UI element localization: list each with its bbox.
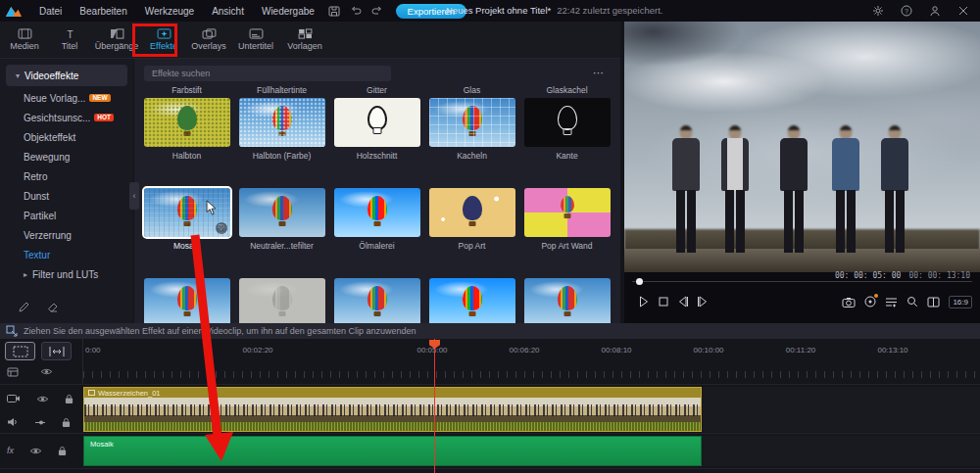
sidebar-item-filter-und-luts[interactable]: ▸ Filter und LUTs [0, 264, 133, 284]
sidebar-collapse-handle[interactable]: ‹ [129, 182, 139, 210]
effect-card[interactable] [329, 278, 424, 323]
timeline-ruler[interactable]: 0:00 00:02:20 00:05:00 00:06:20 00:08:10… [83, 339, 980, 384]
seek-bar[interactable] [632, 278, 972, 284]
effect-thumbnail[interactable] [144, 278, 230, 323]
effect-thumbnail[interactable] [334, 278, 420, 323]
track-list-icon[interactable] [7, 367, 19, 377]
effect-card-halbton-farbe[interactable]: Halbton (Farbe) [234, 98, 329, 165]
redo-icon[interactable] [368, 3, 386, 19]
media-queue-icon[interactable] [885, 297, 898, 307]
effect-thumbnail[interactable] [334, 188, 420, 237]
effect-card[interactable] [519, 278, 614, 323]
volume-icon[interactable] [34, 418, 46, 427]
title-icon: T [63, 28, 77, 39]
account-icon[interactable] [926, 3, 944, 19]
effect-card-mosaik[interactable]: ♡ Mosaik [139, 188, 234, 255]
undo-icon[interactable] [347, 3, 365, 19]
sidebar-item-gesichtsunschaerfe[interactable]: Gesichtsunsc... HOT [0, 108, 133, 127]
video-preview[interactable] [624, 22, 980, 272]
sidebar-item-objekteffekt[interactable]: Objekteffekt [0, 127, 133, 147]
select-tool-button[interactable] [5, 342, 35, 360]
effect-thumbnail[interactable] [239, 98, 325, 147]
sidebar-item-videoeffekte[interactable]: ▾ Videoeffekte [6, 65, 127, 86]
effect-card-halbton[interactable]: Halbton [139, 98, 234, 165]
tab-medien[interactable]: Medien [2, 22, 47, 58]
eye-icon[interactable] [29, 447, 42, 455]
effect-thumbnail[interactable]: ♡ [144, 188, 230, 237]
draw-mask-tool-icon[interactable] [18, 302, 29, 313]
effect-card-kante[interactable]: Kante [519, 98, 614, 165]
effect-card[interactable] [139, 278, 234, 323]
effect-thumbnail[interactable] [429, 98, 515, 147]
ruler-label: 00:13:10 [877, 346, 907, 355]
effect-label: Füllhaltertinte [234, 85, 329, 95]
effect-card-holzschnitt[interactable]: Holzschnitt [329, 98, 424, 165]
effect-thumbnail[interactable] [239, 278, 325, 323]
help-icon[interactable]: ? [898, 3, 915, 19]
playhead[interactable] [434, 339, 435, 473]
tab-titel[interactable]: T Titel [47, 22, 92, 58]
sidebar-item-partikel[interactable]: Partikel [0, 206, 133, 225]
effect-thumbnail[interactable] [429, 278, 515, 323]
seek-handle[interactable] [636, 278, 643, 285]
tab-overlays[interactable]: Overlays [186, 22, 231, 58]
eye-icon[interactable] [40, 367, 53, 377]
settings-gear-icon[interactable] [869, 3, 887, 19]
tab-untertitel[interactable]: Untertitel [231, 22, 280, 58]
eye-icon[interactable] [36, 395, 49, 403]
sidebar-item-bewegung[interactable]: Bewegung [0, 147, 133, 166]
snapshot-camera-icon[interactable] [842, 297, 856, 307]
lock-icon[interactable] [58, 446, 67, 456]
effect-thumbnail[interactable] [429, 188, 515, 237]
sidebar-item-dunst[interactable]: Dunst [0, 186, 133, 206]
menu-ansicht[interactable]: Ansicht [203, 6, 253, 17]
window-controls: ? [869, 0, 972, 22]
menu-datei[interactable]: Datei [30, 6, 71, 17]
effect-thumbnail[interactable] [239, 188, 325, 237]
menu-bearbeiten[interactable]: Bearbeiten [71, 6, 135, 17]
new-badge: NEW [89, 94, 110, 103]
effect-card-pop-art[interactable]: Pop Art [424, 188, 519, 255]
effect-card[interactable] [424, 278, 519, 323]
save-icon[interactable] [325, 3, 343, 19]
trim-tool-button[interactable] [41, 342, 72, 360]
effect-card[interactable] [234, 278, 329, 323]
close-icon[interactable] [955, 3, 972, 19]
aspect-ratio-badge[interactable]: 16:9 [949, 296, 972, 308]
sidebar-item-retro[interactable]: Retro [0, 166, 133, 186]
effect-thumbnail[interactable] [524, 278, 611, 323]
effect-card-oelmalerei[interactable]: Ölmalerei [329, 188, 424, 255]
tab-vorlagen[interactable]: Vorlagen [280, 22, 329, 58]
favorite-heart-icon[interactable]: ♡ [216, 222, 227, 234]
sidebar-item-verzerrung[interactable]: Verzerrung [0, 225, 133, 245]
effect-card-neutraler-dichtefilter[interactable]: Neutraler...tefilter [234, 188, 329, 255]
play-button[interactable] [634, 293, 654, 310]
menu-werkzeuge[interactable]: Werkzeuge [136, 6, 203, 17]
lock-icon[interactable] [65, 394, 74, 404]
effect-thumbnail[interactable] [144, 98, 230, 147]
effect-thumbnail[interactable] [524, 98, 611, 147]
next-frame-button[interactable] [693, 293, 712, 310]
previous-frame-button[interactable] [673, 293, 693, 310]
zoom-icon[interactable] [906, 296, 918, 307]
color-wheel-icon[interactable] [864, 296, 876, 307]
sidebar-item-textur[interactable]: Textur [0, 245, 133, 264]
effect-thumbnail[interactable] [334, 98, 420, 147]
erase-tool-icon[interactable] [47, 302, 59, 313]
stop-button[interactable] [654, 293, 673, 310]
effect-clip-mosaik[interactable]: Mosaik [83, 436, 702, 466]
effect-label: Holzschnitt [329, 151, 424, 161]
dual-view-icon[interactable] [927, 297, 940, 307]
seek-track[interactable] [632, 281, 972, 282]
sidebar-item-neue-vorlagen[interactable]: Neue Vorlag... NEW [0, 88, 133, 108]
menu-wiedergabe[interactable]: Wiedergabe [253, 6, 323, 17]
effect-thumbnail[interactable] [524, 188, 611, 237]
ruler-label: 00:05:00 [416, 346, 447, 355]
video-clip[interactable]: Wasserzeichen_01 [83, 387, 702, 432]
effect-card-kacheln[interactable]: Kacheln [424, 98, 519, 165]
person-figure [671, 125, 701, 253]
more-options-icon[interactable]: ⋯ [593, 67, 611, 79]
effect-card-pop-art-wand[interactable]: Pop Art Wand [519, 188, 614, 255]
search-input[interactable] [144, 66, 391, 81]
lock-icon[interactable] [62, 417, 71, 428]
